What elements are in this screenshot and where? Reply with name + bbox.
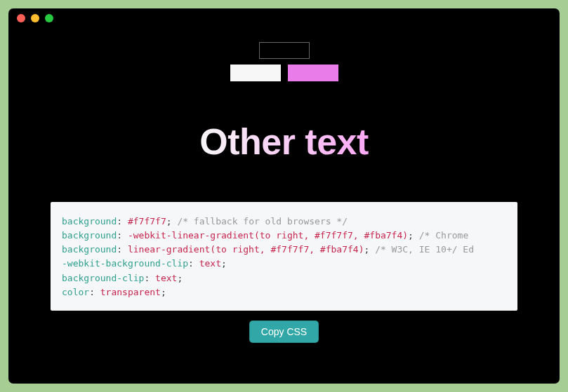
css-value: linear-gradient(to right, #f7f7f7, #fba7… [128, 244, 364, 255]
css-value: #f7f7f7 [128, 216, 166, 227]
css-value: transparent [100, 287, 161, 297]
css-prop: background [62, 244, 117, 255]
css-prop: background [62, 230, 117, 241]
copy-css-button[interactable]: Copy CSS [249, 320, 319, 343]
minimize-icon[interactable] [31, 14, 39, 22]
css-output[interactable]: background: #f7f7f7; /* fallback for old… [51, 202, 517, 311]
close-icon[interactable] [17, 14, 25, 22]
zoom-icon[interactable] [45, 14, 53, 22]
css-value: text [155, 273, 177, 283]
css-value: text [199, 258, 221, 269]
css-prop: background-clip [62, 273, 144, 283]
window-titlebar [8, 8, 560, 28]
css-comment: /* W3C, IE 10+/ Ed [375, 244, 474, 255]
app-window: Other text background: #f7f7f7; /* fallb… [8, 8, 560, 384]
color-swatches [8, 42, 560, 81]
css-comment: /* Chrome [419, 230, 474, 241]
swatch-outline[interactable] [259, 42, 310, 59]
css-prop: -webkit-background-clip [62, 258, 188, 269]
swatch-light[interactable] [230, 65, 281, 81]
css-prop: background [62, 216, 117, 227]
css-prop: color [62, 287, 89, 297]
css-comment: /* fallback for old browsers */ [177, 216, 348, 227]
swatch-pink[interactable] [288, 65, 338, 81]
css-value: -webkit-linear-gradient(to right, #f7f7f… [128, 230, 408, 241]
gradient-text-preview: Other text [199, 121, 369, 163]
